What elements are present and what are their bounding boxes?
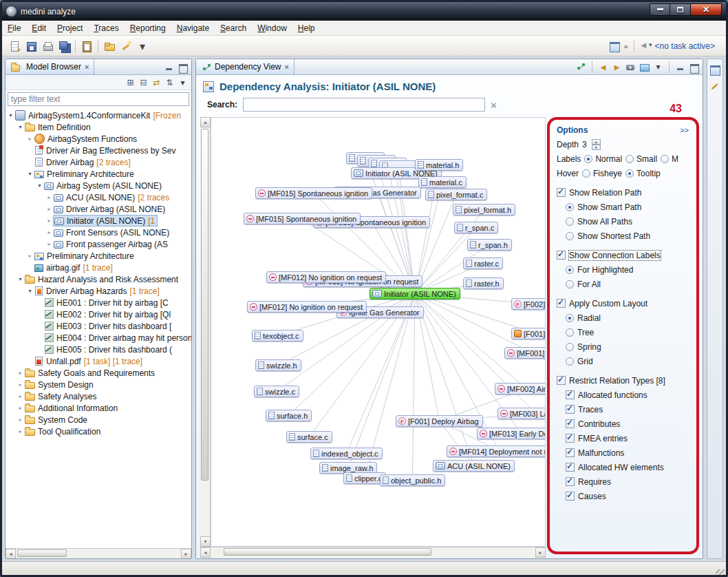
option-normal[interactable]: Normal xyxy=(584,154,622,164)
collapse-arrow-icon[interactable]: ▾ xyxy=(7,112,14,118)
radio-unselected-icon[interactable] xyxy=(566,280,574,288)
graph-icon[interactable] xyxy=(575,61,587,73)
scroll-up-icon[interactable]: ▲ xyxy=(200,117,211,127)
graph-node-mf014-deployment-not-u[interactable]: [MF014] Deployment not u xyxy=(447,445,546,457)
tree-item-driver-airbag-hazards[interactable]: ▾Driver Airbag Hazards[1 trace] xyxy=(6,285,191,297)
graph-node-raster-h[interactable]: raster.h xyxy=(463,277,504,289)
print-button[interactable] xyxy=(39,38,56,54)
graph-canvas[interactable]: Initiator (ASIL NONE)material.hmaterial.… xyxy=(211,117,546,547)
graph-node-object-public-h[interactable]: object_public.h xyxy=(380,474,445,486)
max-view-icon[interactable] xyxy=(688,61,700,73)
option-requires[interactable]: Requires xyxy=(557,474,698,489)
graph-horizontal-scrollbar[interactable]: ◄ ► xyxy=(200,547,546,557)
menu-item-traces[interactable]: Traces xyxy=(88,21,124,35)
menu-caret-icon[interactable] xyxy=(177,76,189,88)
radio-selected-icon[interactable] xyxy=(566,203,574,211)
tree-item-airbagsystem-functions[interactable]: ▸AirbagSystem Functions xyxy=(6,133,191,145)
tree-item-airbagsystem1-4conformancekit[interactable]: ▾AirbagSystem1.4ConformanceKit[Frozen xyxy=(6,109,191,121)
graph-node-mf012-no-ignition-on-request[interactable]: [MF012] No ignition on request xyxy=(247,301,367,313)
tree-item-he001-driver-hit-by-airbag-c[interactable]: HE001 : Driver hit by airbag [C xyxy=(6,297,191,308)
scrollbar-thumb[interactable] xyxy=(224,548,431,556)
graph-node-initiator-asil-none[interactable]: Initiator (ASIL NONE) xyxy=(370,288,460,300)
link-editor-icon[interactable] xyxy=(151,76,162,88)
expand-arrow-icon[interactable]: ▸ xyxy=(45,218,53,224)
collapse-arrow-icon[interactable]: ▾ xyxy=(26,171,34,177)
checkbox-checked-icon[interactable] xyxy=(557,188,566,197)
tree-item-driver-airbag[interactable]: Driver Airbag[2 traces] xyxy=(6,156,191,168)
expand-all-icon[interactable] xyxy=(125,76,136,88)
perspective-overflow[interactable]: » xyxy=(623,42,628,50)
checkbox-checked-icon[interactable] xyxy=(566,448,575,457)
radio-unselected-icon[interactable] xyxy=(625,155,634,163)
checkbox-checked-icon[interactable] xyxy=(566,390,575,399)
minimize-view-button[interactable] xyxy=(163,61,175,73)
sort-icon[interactable] xyxy=(164,76,175,88)
graph-node-pixel-format-h[interactable]: pixel_format.h xyxy=(453,204,515,216)
radio-unselected-icon[interactable] xyxy=(566,343,574,351)
tree-item-airbag-gif[interactable]: airbag.gif[1 trace] xyxy=(6,262,191,273)
option-show-relation-path[interactable]: Show Relation Path xyxy=(557,185,698,200)
collapse-arrow-icon[interactable]: ▾ xyxy=(17,124,24,130)
save-all-button[interactable] xyxy=(56,38,72,54)
minimize-button[interactable] xyxy=(650,3,670,16)
tree-item-he003-driver-hits-dashboard[interactable]: HE003 : Driver hits dashboard [ xyxy=(6,320,191,332)
expand-arrow-icon[interactable]: ▸ xyxy=(17,370,24,376)
tree-item-acu-asil-none[interactable]: ▸ACU (ASIL NONE)[2 traces xyxy=(6,191,191,203)
radio-selected-icon[interactable] xyxy=(625,169,634,178)
menu-item-file[interactable]: File xyxy=(2,21,26,35)
tree-item-airbag-system-asil-none[interactable]: ▾Airbag System (ASIL NONE) xyxy=(6,180,191,191)
option-causes[interactable]: Causes xyxy=(557,489,698,503)
tree-item-front-passenger-airbag-as[interactable]: ▸Front passenger Airbag (AS xyxy=(6,238,191,250)
radio-unselected-icon[interactable] xyxy=(566,328,574,337)
option-grid[interactable]: Grid xyxy=(557,354,698,368)
option-for-all[interactable]: For All xyxy=(557,277,698,291)
collapse-arrow-icon[interactable]: ▾ xyxy=(36,182,43,189)
expand-arrow-icon[interactable]: ▸ xyxy=(17,428,24,434)
tree-item-hazard-analysis-and-risk-assessment[interactable]: ▾Hazard Analysis and Risk Assessment xyxy=(6,273,191,285)
checkbox-checked-icon[interactable] xyxy=(566,434,575,443)
wand-button[interactable] xyxy=(118,38,134,54)
paste-button[interactable] xyxy=(78,38,95,54)
radio-unselected-icon[interactable] xyxy=(566,357,574,366)
checkbox-checked-icon[interactable] xyxy=(557,299,566,308)
graph-node-mf003-late-dep[interactable]: [MF003] Late Dep xyxy=(497,408,546,419)
option-malfunctions[interactable]: Malfunctions xyxy=(557,445,698,460)
graph-node-mf015-spontaneous-ignition[interactable]: [MF015] Spontaneous ignition xyxy=(244,213,361,224)
perspective-icon[interactable] xyxy=(608,40,621,52)
menu-item-window[interactable]: Window xyxy=(252,21,292,35)
option-small[interactable]: Small xyxy=(625,154,657,164)
expand-arrow-icon[interactable]: ▸ xyxy=(45,241,53,247)
option-for-highlighted[interactable]: For Highlighted xyxy=(557,262,698,277)
option-apply-custom-layout[interactable]: Apply Custom Layout xyxy=(557,296,698,311)
option-allocated-hw-elements[interactable]: Allocated HW elements xyxy=(557,460,698,474)
graph-node-raster-c[interactable]: raster.c xyxy=(463,258,503,269)
expand-arrow-icon[interactable]: ▸ xyxy=(17,381,24,388)
menu-item-reporting[interactable]: Reporting xyxy=(125,21,171,35)
option-show-connection-labels[interactable]: Show Connection Labels xyxy=(557,248,698,262)
option-allocated-functions[interactable]: Allocated functions xyxy=(557,388,698,402)
spinner-up-icon[interactable]: ▲ xyxy=(592,139,601,145)
tab-dependency-view[interactable]: Dependency View × xyxy=(196,59,295,74)
restore-view-icon[interactable] xyxy=(709,63,721,75)
camera-icon[interactable] xyxy=(625,61,636,73)
tree-item-additional-information[interactable]: ▸Additional Information xyxy=(6,402,191,414)
option-contributes[interactable]: Contributes xyxy=(557,417,698,431)
graph-node-swizzle-h[interactable]: swizzle.h xyxy=(255,359,301,371)
option-radial[interactable]: Radial xyxy=(557,311,698,325)
search-input[interactable] xyxy=(243,98,485,112)
scrollbar-thumb[interactable] xyxy=(201,129,208,481)
options-expand-link[interactable]: >> xyxy=(680,126,698,134)
open-button[interactable] xyxy=(101,38,118,54)
tree-item-driver-airbag-asil-none[interactable]: ▸Driver Airbag (ASIL NONE) xyxy=(6,203,191,215)
option-show-smart-path[interactable]: Show Smart Path xyxy=(557,200,698,214)
option-tree[interactable]: Tree xyxy=(557,325,698,339)
collapse-arrow-icon[interactable]: ▾ xyxy=(26,288,34,294)
close-tab-icon[interactable]: × xyxy=(85,63,89,71)
menu-item-edit[interactable]: Edit xyxy=(26,21,52,35)
active-task-label[interactable]: <no task active> xyxy=(655,41,715,51)
graph-node-r-span-h[interactable]: r_span.h xyxy=(467,239,512,251)
picture-icon[interactable] xyxy=(639,61,650,73)
tree-item-system-design[interactable]: ▸System Design xyxy=(6,379,191,390)
scroll-left-icon[interactable]: ◄ xyxy=(200,547,211,558)
new-button[interactable] xyxy=(6,38,23,54)
